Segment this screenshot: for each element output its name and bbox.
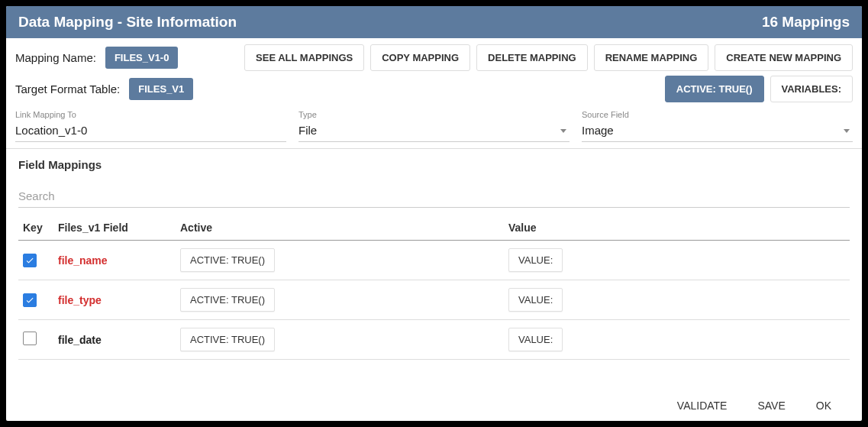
value-pill[interactable]: VALUE: <box>508 328 563 351</box>
col-field: Files_v1 Field <box>53 215 176 241</box>
key-checkbox[interactable] <box>23 293 37 307</box>
key-checkbox[interactable] <box>23 254 37 267</box>
table-row: file_nameACTIVE: TRUE()VALUE: <box>18 241 850 280</box>
key-checkbox[interactable] <box>23 332 37 345</box>
save-button[interactable]: SAVE <box>757 400 785 412</box>
field-mappings-table-wrap[interactable]: Key Files_v1 Field Active Value file_nam… <box>6 215 862 390</box>
type-select[interactable] <box>298 121 570 142</box>
source-field-select[interactable] <box>582 121 853 142</box>
col-key: Key <box>18 215 53 241</box>
mapping-name-label: Mapping Name: <box>15 51 96 64</box>
validate-button[interactable]: VALIDATE <box>677 400 728 412</box>
create-new-mapping-button[interactable]: CREATE NEW MAPPING <box>715 44 853 71</box>
table-row: file_dateACTIVE: TRUE()VALUE: <box>18 320 850 360</box>
field-name: file_date <box>58 334 102 346</box>
toolbar-row-2: Target Format Table: FILES_V1 ACTIVE: TR… <box>6 74 862 105</box>
type-field[interactable]: Type <box>298 110 570 142</box>
dialog-panel: Data Mapping - Site Information 16 Mappi… <box>6 6 862 421</box>
value-pill[interactable]: VALUE: <box>508 248 563 272</box>
delete-mapping-button[interactable]: DELETE MAPPING <box>476 44 588 71</box>
fields-row: Link Mapping To Type Source Field <box>6 105 862 148</box>
see-all-mappings-button[interactable]: SEE ALL MAPPINGS <box>244 44 364 71</box>
source-field-label: Source Field <box>582 110 853 119</box>
field-name: file_type <box>58 294 102 306</box>
link-mapping-input[interactable] <box>15 121 286 142</box>
value-pill[interactable]: VALUE: <box>508 288 563 312</box>
target-format-label: Target Format Table: <box>15 82 120 95</box>
target-format-chip[interactable]: FILES_V1 <box>129 78 193 100</box>
toolbar-row-1: Mapping Name: FILES_V1-0 SEE ALL MAPPING… <box>6 38 862 74</box>
mapping-name-chip[interactable]: FILES_V1-0 <box>105 47 179 69</box>
active-pill[interactable]: ACTIVE: TRUE() <box>180 248 275 272</box>
table-row: file_typeACTIVE: TRUE()VALUE: <box>18 280 850 320</box>
field-mappings-table: Key Files_v1 Field Active Value file_nam… <box>18 215 850 360</box>
active-pill[interactable]: ACTIVE: TRUE() <box>180 328 275 351</box>
check-icon <box>25 256 34 265</box>
rename-mapping-button[interactable]: RENAME MAPPING <box>594 44 709 71</box>
link-mapping-label: Link Mapping To <box>15 110 286 119</box>
check-icon <box>25 296 34 305</box>
mapping-count: 16 Mappings <box>762 14 850 31</box>
dialog-footer: VALIDATE SAVE OK <box>6 390 862 421</box>
type-label: Type <box>298 110 570 119</box>
titlebar: Data Mapping - Site Information 16 Mappi… <box>6 6 862 38</box>
search-input[interactable] <box>18 185 850 208</box>
source-field[interactable]: Source Field <box>582 110 853 142</box>
field-mappings-heading: Field Mappings <box>6 149 862 174</box>
col-value: Value <box>504 215 850 241</box>
col-active: Active <box>176 215 504 241</box>
active-button[interactable]: ACTIVE: TRUE() <box>665 76 764 102</box>
page-title: Data Mapping - Site Information <box>18 14 237 31</box>
field-name: file_name <box>58 254 108 267</box>
variables-button[interactable]: VARIABLES: <box>770 76 853 102</box>
link-mapping-field[interactable]: Link Mapping To <box>15 110 286 142</box>
copy-mapping-button[interactable]: COPY MAPPING <box>370 44 470 71</box>
active-pill[interactable]: ACTIVE: TRUE() <box>180 288 275 312</box>
ok-button[interactable]: OK <box>816 400 831 412</box>
